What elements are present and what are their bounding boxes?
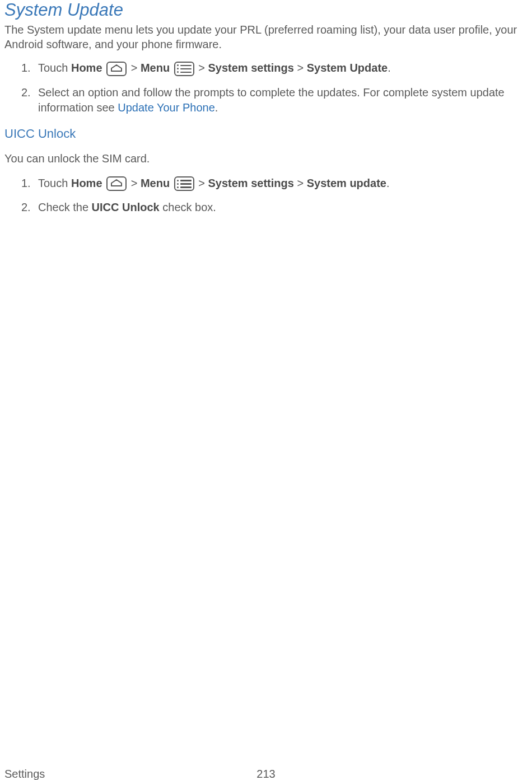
list-number: 1. xyxy=(21,176,31,191)
system-update-label: System Update xyxy=(307,62,388,74)
text: Select an option and follow the prompts … xyxy=(38,86,505,114)
list-item: 1. Touch Home > Menu > System settings >… xyxy=(21,60,528,76)
update-your-phone-link[interactable]: Update Your Phone xyxy=(118,101,215,114)
system-update-label: System update xyxy=(307,177,386,189)
instruction-list-1: 1. Touch Home > Menu > System settings >… xyxy=(4,60,528,115)
list-number: 2. xyxy=(21,200,31,215)
text: Touch xyxy=(38,177,71,189)
separator: > xyxy=(198,177,208,189)
page-title: System Update xyxy=(4,0,528,20)
text: check box. xyxy=(160,201,216,213)
text: . xyxy=(215,101,218,114)
menu-label: Menu xyxy=(141,62,170,74)
menu-label: Menu xyxy=(141,177,170,189)
text: Touch xyxy=(38,62,71,74)
system-settings-label: System settings xyxy=(208,62,293,74)
menu-icon xyxy=(174,62,194,76)
separator: > xyxy=(131,177,141,189)
separator: > xyxy=(198,62,208,74)
text: . xyxy=(388,62,391,74)
home-icon xyxy=(106,62,127,76)
home-icon xyxy=(106,176,127,191)
home-label: Home xyxy=(71,62,102,74)
text: . xyxy=(386,177,390,189)
list-number: 2. xyxy=(21,85,31,100)
instruction-list-2: 1. Touch Home > Menu > System settings >… xyxy=(4,176,528,216)
subheading-uicc: UICC Unlock xyxy=(4,127,528,141)
separator: > xyxy=(294,177,307,189)
uicc-paragraph: You can unlock the SIM card. xyxy=(4,151,528,166)
separator: > xyxy=(131,62,141,74)
list-number: 1. xyxy=(21,60,31,76)
separator: > xyxy=(294,62,307,74)
home-label: Home xyxy=(71,177,102,189)
uicc-unlock-label: UICC Unlock xyxy=(92,201,160,213)
intro-paragraph: The System update menu lets you update y… xyxy=(4,22,528,52)
footer-section-name: Settings xyxy=(4,768,45,780)
list-item: 1. Touch Home > Menu > System settings >… xyxy=(21,176,528,192)
footer-page-number: 213 xyxy=(256,768,275,780)
list-item: 2. Check the UICC Unlock check box. xyxy=(21,200,528,215)
system-settings-label: System settings xyxy=(208,177,293,189)
text: Check the xyxy=(38,201,92,213)
menu-icon xyxy=(174,176,194,191)
list-item: 2. Select an option and follow the promp… xyxy=(21,85,528,115)
